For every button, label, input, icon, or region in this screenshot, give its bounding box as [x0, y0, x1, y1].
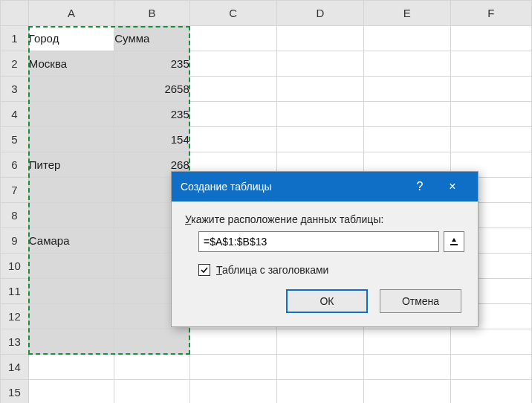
cell-C3[interactable] [189, 77, 276, 102]
row-header-11[interactable]: 11 [1, 279, 29, 304]
cell-A10[interactable] [28, 254, 114, 279]
cell-E5[interactable] [363, 127, 450, 152]
cell-F14[interactable] [450, 355, 531, 380]
cell-F2[interactable] [450, 51, 531, 77]
cancel-button[interactable]: Отмена [380, 289, 461, 313]
cell-A14[interactable] [28, 355, 114, 380]
cell-C13[interactable] [189, 329, 276, 355]
row-header-8[interactable]: 8 [1, 203, 29, 228]
range-input[interactable] [198, 231, 439, 252]
cell-D1[interactable] [276, 26, 363, 51]
cell-A15[interactable] [28, 380, 114, 404]
cell-B14[interactable] [114, 355, 190, 380]
checkmark-icon [200, 265, 209, 274]
cell-A9[interactable]: Самара [28, 228, 114, 254]
cell-F13[interactable] [450, 329, 531, 355]
cell-F4[interactable] [450, 102, 531, 127]
cell-C1[interactable] [189, 26, 276, 51]
row-header-7[interactable]: 7 [1, 178, 29, 203]
cell-E15[interactable] [363, 380, 450, 404]
cell-A2[interactable]: Москва [28, 51, 114, 77]
cell-E1[interactable] [363, 26, 450, 51]
select-all-corner[interactable] [1, 1, 29, 26]
cell-E4[interactable] [363, 102, 450, 127]
cell-C15[interactable] [189, 380, 276, 404]
range-label: Укажите расположение данных таблицы: [185, 213, 464, 225]
col-header-D[interactable]: D [276, 1, 363, 26]
cell-B4[interactable]: 235 [114, 102, 190, 127]
row-header-1[interactable]: 1 [1, 26, 29, 51]
cell-B13[interactable] [114, 329, 190, 355]
cell-D13[interactable] [276, 329, 363, 355]
cell-F15[interactable] [450, 380, 531, 404]
cell-F1[interactable] [450, 26, 531, 51]
cell-F3[interactable] [450, 77, 531, 102]
close-button[interactable]: × [436, 180, 469, 193]
create-table-dialog: Создание таблицы ? × Укажите расположени… [171, 171, 479, 327]
row-header-9[interactable]: 9 [1, 228, 29, 254]
row-header-6[interactable]: 6 [1, 152, 29, 178]
cell-D15[interactable] [276, 380, 363, 404]
row-header-10[interactable]: 10 [1, 254, 29, 279]
row-header-4[interactable]: 4 [1, 102, 29, 127]
col-header-C[interactable]: C [189, 1, 276, 26]
row-header-14[interactable]: 14 [1, 355, 29, 380]
collapse-icon [449, 236, 459, 247]
collapse-dialog-button[interactable] [444, 231, 464, 252]
cell-A1[interactable]: Город [28, 26, 114, 51]
cell-C2[interactable] [189, 51, 276, 77]
cell-A6[interactable]: Питер [28, 152, 114, 178]
cell-A8[interactable] [28, 203, 114, 228]
cell-D3[interactable] [276, 77, 363, 102]
col-header-E[interactable]: E [363, 1, 450, 26]
ok-button[interactable]: ОК [286, 289, 368, 313]
cell-A7[interactable] [28, 178, 114, 203]
cell-A13[interactable] [28, 329, 114, 355]
col-header-F[interactable]: F [450, 1, 531, 26]
cell-E13[interactable] [363, 329, 450, 355]
cell-A12[interactable] [28, 304, 114, 329]
cell-D2[interactable] [276, 51, 363, 77]
cell-D14[interactable] [276, 355, 363, 380]
cell-A11[interactable] [28, 279, 114, 304]
cell-A4[interactable] [28, 102, 114, 127]
row-header-2[interactable]: 2 [1, 51, 29, 77]
dialog-titlebar[interactable]: Создание таблицы ? × [172, 172, 478, 202]
cell-C4[interactable] [189, 102, 276, 127]
cell-E14[interactable] [363, 355, 450, 380]
row-header-12[interactable]: 12 [1, 304, 29, 329]
cell-F5[interactable] [450, 127, 531, 152]
cell-C14[interactable] [189, 355, 276, 380]
cell-D4[interactable] [276, 102, 363, 127]
headers-checkbox[interactable] [198, 264, 210, 276]
cell-A3[interactable] [28, 77, 114, 102]
cell-C5[interactable] [189, 127, 276, 152]
cell-B5[interactable]: 154 [114, 127, 190, 152]
row-header-15[interactable]: 15 [1, 380, 29, 404]
row-header-5[interactable]: 5 [1, 127, 29, 152]
cell-B3[interactable]: 2658 [114, 77, 190, 102]
cell-A5[interactable] [28, 127, 114, 152]
cell-E2[interactable] [363, 51, 450, 77]
help-button[interactable]: ? [403, 180, 436, 193]
row-header-13[interactable]: 13 [1, 329, 29, 355]
cell-D5[interactable] [276, 127, 363, 152]
row-header-3[interactable]: 3 [1, 77, 29, 102]
cell-B15[interactable] [114, 380, 190, 404]
col-header-A[interactable]: A [28, 1, 114, 26]
cell-E3[interactable] [363, 77, 450, 102]
svg-rect-0 [450, 244, 458, 245]
headers-checkbox-label[interactable]: Таблица с заголовками [216, 264, 328, 276]
cell-B2[interactable]: 235 [114, 51, 190, 77]
dialog-title: Создание таблицы [181, 181, 403, 193]
cell-B1[interactable]: Сумма [114, 26, 190, 51]
col-header-B[interactable]: B [114, 1, 190, 26]
